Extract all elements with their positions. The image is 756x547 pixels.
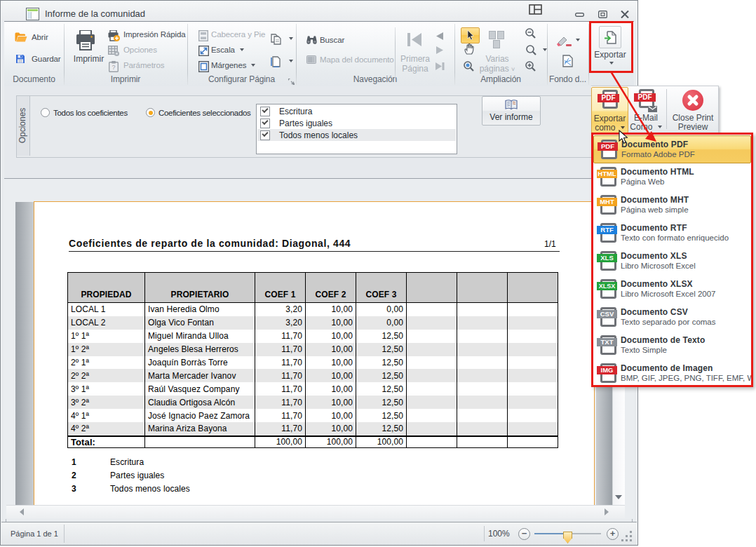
svg-text:?: ?	[112, 64, 115, 71]
